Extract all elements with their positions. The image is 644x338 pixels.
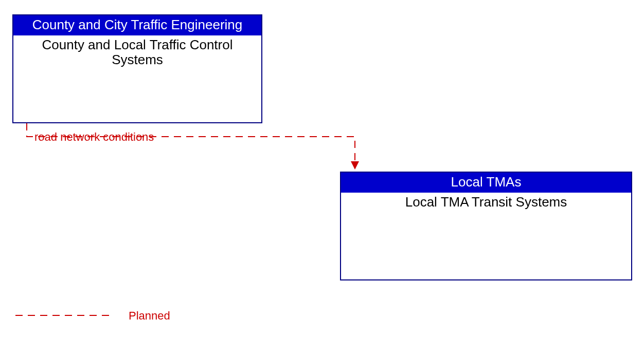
flow-line [27, 123, 355, 167]
entity-body-source: County and Local Traffic Control Systems [13, 35, 261, 70]
flow-label: road network conditions [34, 130, 154, 144]
entity-box-target: Local TMAs Local TMA Transit Systems [340, 172, 632, 280]
entity-header-source: County and City Traffic Engineering [13, 15, 261, 35]
entity-body-target: Local TMA Transit Systems [341, 193, 631, 212]
entity-box-source: County and City Traffic Engineering Coun… [12, 14, 262, 123]
entity-header-target: Local TMAs [341, 173, 631, 193]
legend-label-planned: Planned [129, 309, 170, 323]
